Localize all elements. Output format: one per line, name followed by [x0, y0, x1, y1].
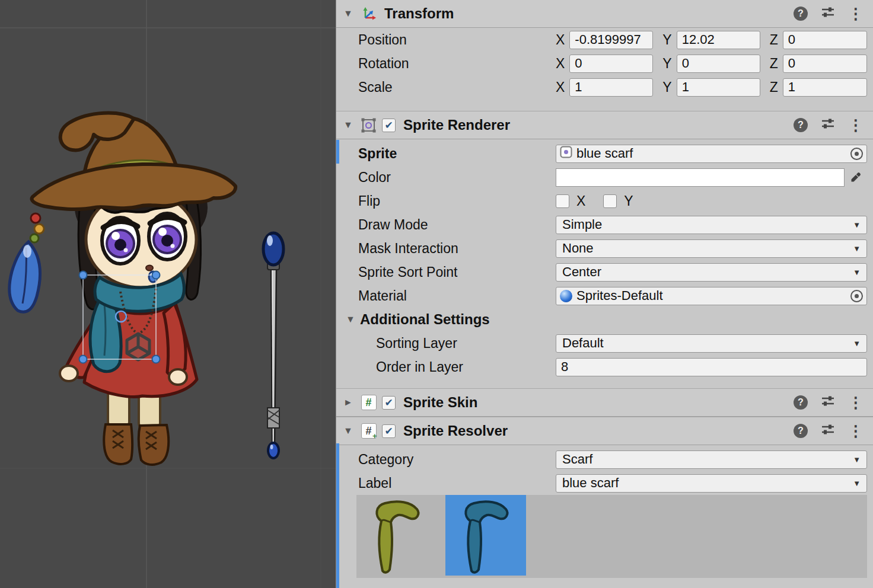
- draw-mode-select[interactable]: Simple ▼: [556, 216, 867, 234]
- material-row: Material Sprites-Default: [336, 284, 873, 308]
- sprite-skin-enabled-checkbox[interactable]: ✔: [382, 396, 396, 410]
- staff-sprite: [263, 233, 283, 458]
- transform-title: Transform: [384, 5, 454, 22]
- category-value: Scarf: [562, 452, 592, 467]
- character-sprite: [9, 113, 235, 465]
- chevron-down-icon: ▼: [853, 220, 861, 229]
- scene-view[interactable]: [0, 0, 336, 588]
- presets-icon[interactable]: [821, 394, 835, 411]
- material-object-field[interactable]: Sprites-Default: [556, 287, 867, 305]
- scale-x-input[interactable]: [569, 78, 653, 97]
- sorting-layer-value: Default: [562, 335, 604, 351]
- help-icon[interactable]: ?: [794, 118, 808, 132]
- scale-z-input[interactable]: [783, 78, 867, 97]
- flip-y-label: Y: [624, 193, 633, 209]
- mask-interaction-row: Mask Interaction None ▼: [336, 237, 873, 260]
- draw-mode-row: Draw Mode Simple ▼: [336, 213, 873, 237]
- sprite-thumb-green-scarf[interactable]: [356, 495, 437, 576]
- sprite-asset-icon: [560, 146, 572, 162]
- scale-row: Scale X Y Z: [336, 75, 873, 99]
- chevron-down-icon: ▼: [853, 244, 861, 253]
- inspector-panel: ▼ Transform ? ⋮ Posi: [336, 0, 873, 588]
- foldout-open-icon[interactable]: ▼: [341, 426, 355, 436]
- color-swatch[interactable]: [556, 168, 845, 187]
- foldout-open-icon[interactable]: ▼: [341, 8, 355, 19]
- rotation-x-input[interactable]: [569, 55, 653, 73]
- sprite-renderer-enabled-checkbox[interactable]: ✔: [382, 119, 396, 132]
- axis-z-label: Z: [770, 32, 778, 48]
- presets-icon[interactable]: [821, 5, 835, 23]
- foldout-open-icon[interactable]: ▼: [341, 120, 355, 130]
- position-y-input[interactable]: [677, 31, 760, 49]
- sprite-thumb-blue-scarf[interactable]: [445, 495, 526, 576]
- flip-x-checkbox[interactable]: [556, 194, 569, 208]
- override-accent-sprite: [336, 140, 339, 164]
- rotation-y-input[interactable]: [677, 55, 760, 73]
- order-in-layer-label: Order in Layer: [358, 359, 556, 375]
- rotation-z-input[interactable]: [783, 55, 867, 73]
- presets-icon[interactable]: [821, 422, 835, 440]
- sorting-layer-row: Sorting Layer Default ▼: [336, 331, 873, 355]
- foldout-open-icon[interactable]: ▼: [343, 314, 358, 325]
- foldout-closed-icon[interactable]: ►: [341, 397, 355, 408]
- material-label: Material: [358, 288, 556, 304]
- flip-y-checkbox[interactable]: [603, 194, 617, 208]
- help-icon[interactable]: ?: [794, 7, 808, 21]
- additional-settings-row[interactable]: ▼ Additional Settings: [336, 308, 873, 331]
- position-label: Position: [358, 32, 556, 48]
- mask-interaction-select[interactable]: None ▼: [556, 239, 867, 258]
- right-eye: [149, 213, 186, 260]
- help-icon[interactable]: ?: [794, 395, 808, 410]
- sprite-skin-icon: #: [361, 395, 377, 411]
- object-picker-icon[interactable]: [850, 290, 863, 302]
- sorting-layer-select[interactable]: Default ▼: [556, 334, 867, 353]
- order-in-layer-input[interactable]: [556, 358, 867, 376]
- axis-z-label: Z: [770, 56, 778, 72]
- transform-icon: [361, 6, 377, 22]
- object-picker-icon[interactable]: [850, 148, 863, 160]
- sprite-variant-strip: [356, 495, 867, 578]
- axis-y-label: Y: [662, 79, 671, 95]
- transform-header[interactable]: ▼ Transform ? ⋮: [336, 0, 873, 28]
- label-row: Label blue scarf ▼: [336, 471, 873, 495]
- kebab-menu-icon[interactable]: ⋮: [848, 6, 864, 21]
- color-row: Color: [336, 165, 873, 189]
- sprite-resolver-header[interactable]: ▼ #+ ✔ Sprite Resolver ? ⋮: [336, 417, 873, 445]
- kebab-menu-icon[interactable]: ⋮: [848, 423, 864, 439]
- scale-label: Scale: [358, 79, 556, 95]
- position-z-input[interactable]: [783, 31, 867, 49]
- scale-y-input[interactable]: [677, 78, 760, 97]
- sprite-renderer-header[interactable]: ▼ ✔ Sprite Renderer ? ⋮: [336, 111, 873, 139]
- sprite-resolver-enabled-checkbox[interactable]: ✔: [382, 424, 396, 438]
- sprite-sort-point-select[interactable]: Center ▼: [556, 263, 867, 282]
- material-sphere-icon: [560, 290, 572, 302]
- axis-z-label: Z: [770, 79, 778, 95]
- sprite-resolver-icon: #+: [361, 423, 377, 439]
- sprite-object-field[interactable]: blue scarf: [556, 145, 867, 163]
- help-icon[interactable]: ?: [794, 424, 808, 438]
- eyedropper-icon[interactable]: [845, 168, 867, 187]
- position-x-input[interactable]: [569, 31, 653, 49]
- category-select[interactable]: Scarf ▼: [556, 450, 867, 469]
- feather: [9, 242, 40, 312]
- mask-interaction-label: Mask Interaction: [358, 241, 556, 257]
- kebab-menu-icon[interactable]: ⋮: [848, 117, 864, 133]
- sprite-label: Sprite: [358, 146, 556, 162]
- hat-beads: [30, 213, 44, 242]
- kebab-menu-icon[interactable]: ⋮: [848, 395, 864, 410]
- material-value: Sprites-Default: [576, 288, 663, 303]
- label-select[interactable]: blue scarf ▼: [556, 474, 867, 493]
- color-label: Color: [358, 170, 556, 186]
- sprite-skin-title: Sprite Skin: [403, 394, 477, 411]
- axis-x-label: X: [556, 32, 565, 48]
- chevron-down-icon: ▼: [853, 339, 861, 348]
- axis-x-label: X: [556, 79, 565, 95]
- sprite-sort-point-value: Center: [562, 264, 601, 280]
- axis-y-label: Y: [662, 56, 671, 72]
- mask-interaction-value: None: [562, 241, 594, 256]
- label-value: blue scarf: [562, 475, 619, 491]
- presets-icon[interactable]: [821, 116, 835, 134]
- sprite-skin-header[interactable]: ► # ✔ Sprite Skin ? ⋮: [336, 388, 873, 417]
- unity-editor: ▼ Transform ? ⋮ Posi: [0, 0, 873, 588]
- chevron-down-icon: ▼: [853, 268, 861, 277]
